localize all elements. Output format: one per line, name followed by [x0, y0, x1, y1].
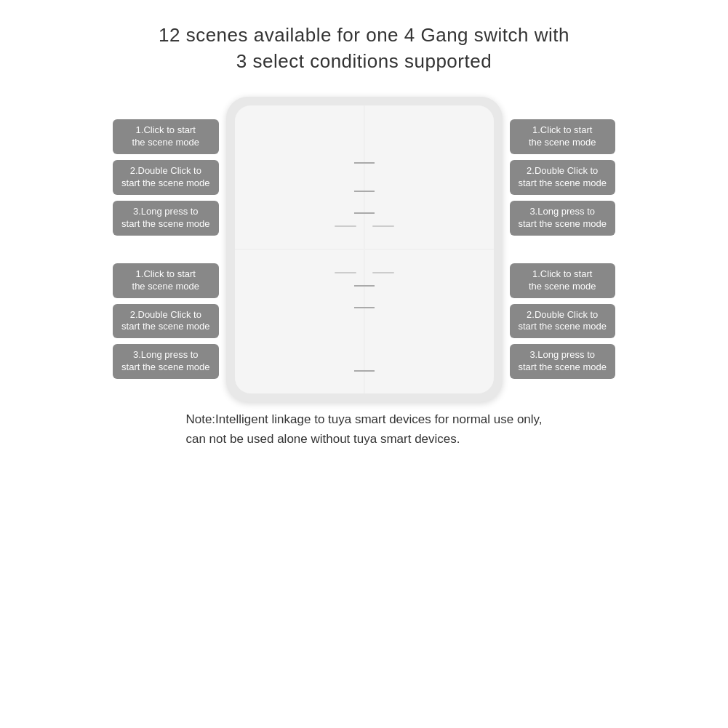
- title-section: 12 scenes available for one 4 Gang switc…: [159, 22, 569, 75]
- switch-device: [226, 97, 503, 402]
- switch-body: [226, 97, 503, 402]
- switch-inner: [235, 105, 494, 393]
- left-top-group: 1.Click to startthe scene mode 2.Double …: [113, 119, 218, 235]
- switch-btn-top-right[interactable]: [365, 105, 494, 249]
- right-bottom-group: 1.Click to startthe scene mode 2.Double …: [510, 263, 615, 379]
- right-top-group: 1.Click to startthe scene mode 2.Double …: [510, 119, 615, 235]
- right-labels: 1.Click to startthe scene mode 2.Double …: [510, 119, 615, 379]
- note-line1: Note:Intelligent linkage to tuya smart d…: [185, 409, 542, 429]
- left-bottom-label-3: 3.Long press tostart the scene mode: [113, 344, 218, 379]
- right-top-label-2: 2.Double Click tostart the scene mode: [510, 160, 615, 195]
- left-bottom-label-1: 1.Click to startthe scene mode: [113, 263, 218, 298]
- left-top-label-1: 1.Click to startthe scene mode: [113, 119, 218, 154]
- title-line1: 12 scenes available for one 4 Gang switc…: [159, 22, 569, 48]
- left-labels: 1.Click to startthe scene mode 2.Double …: [113, 119, 218, 379]
- switch-btn-top-left[interactable]: [235, 105, 364, 249]
- right-bottom-label-2: 2.Double Click tostart the scene mode: [510, 304, 615, 339]
- left-bottom-label-2: 2.Double Click tostart the scene mode: [113, 304, 218, 339]
- right-bottom-label-1: 1.Click to startthe scene mode: [510, 263, 615, 298]
- note-line2: can not be used alone without tuya smart…: [185, 429, 542, 449]
- right-bottom-label-3: 3.Long press tostart the scene mode: [510, 344, 615, 379]
- diagram-container: 1.Click to startthe scene mode 2.Double …: [15, 97, 713, 402]
- right-top-label-3: 3.Long press tostart the scene mode: [510, 201, 615, 236]
- left-top-label-3: 3.Long press tostart the scene mode: [113, 201, 218, 236]
- right-top-label-1: 1.Click to startthe scene mode: [510, 119, 615, 154]
- switch-btn-bottom-right[interactable]: [365, 250, 494, 393]
- note-section: Note:Intelligent linkage to tuya smart d…: [171, 409, 556, 449]
- left-top-label-2: 2.Double Click tostart the scene mode: [113, 160, 218, 195]
- switch-btn-bottom-left[interactable]: [235, 250, 364, 393]
- title-line2: 3 select conditions supported: [159, 48, 569, 74]
- left-bottom-group: 1.Click to startthe scene mode 2.Double …: [113, 263, 218, 379]
